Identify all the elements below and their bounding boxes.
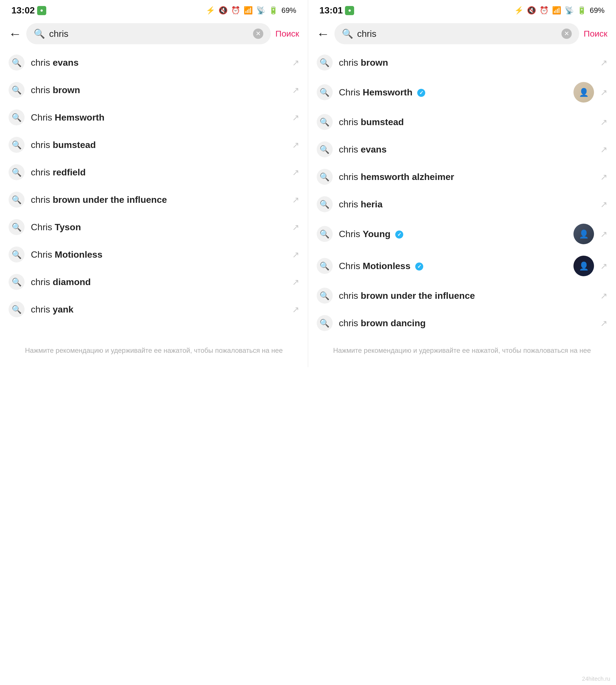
left-phone: 13:02 ● ⚡ 🔇 ⏰ 📶 📡 🔋 69% ← 🔍 c: [0, 0, 308, 367]
search-suggestion-icon: 🔍: [8, 55, 25, 70]
list-item[interactable]: 🔍 chris yank ↗: [0, 296, 308, 323]
left-status-bar: 13:02 ● ⚡ 🔇 ⏰ 📶 📡 🔋 69%: [0, 0, 308, 19]
suggestion-text: chris bumstead: [31, 140, 286, 150]
list-item[interactable]: 🔍 chris brown dancing ↗: [308, 309, 616, 337]
list-item[interactable]: 🔍 Chris Hemsworth ↗: [0, 104, 308, 131]
arrow-icon: ↗: [292, 85, 299, 95]
left-back-button[interactable]: ←: [8, 27, 22, 40]
arrow-icon: ↗: [292, 112, 299, 123]
right-status-right: ⚡ 🔇 ⏰ 📶 📡 🔋 69%: [514, 6, 604, 15]
search-suggestion-icon: 🔍: [8, 247, 25, 262]
right-footer-hint: Нажмите рекомендацию и удерживайте ее на…: [308, 337, 616, 367]
left-clear-button[interactable]: ✕: [253, 28, 263, 39]
left-search-input-wrap[interactable]: 🔍 chris ✕: [26, 23, 271, 44]
list-item[interactable]: 🔍 Chris Hemsworth 👤 ↗: [308, 76, 616, 108]
watermark: 24hitech.ru: [582, 676, 610, 682]
suggestion-text: Chris Hemsworth: [339, 87, 568, 98]
list-item[interactable]: 🔍 chris evans ↗: [0, 49, 308, 76]
right-status-bar: 13:01 ● ⚡ 🔇 ⏰ 📶 📡 🔋 69%: [308, 0, 616, 19]
right-search-icon: 🔍: [342, 28, 353, 39]
search-suggestion-icon: 🔍: [8, 274, 25, 290]
wifi-icon: 📡: [565, 6, 574, 15]
right-suggestion-list: 🔍 chris brown ↗ 🔍 Chris Hemsworth 👤 ↗ 🔍 …: [308, 49, 616, 337]
list-item[interactable]: 🔍 chris evans ↗: [308, 136, 616, 163]
list-item[interactable]: 🔍 Chris Young 👤 ↗: [308, 218, 616, 250]
arrow-icon: ↗: [600, 58, 608, 68]
battery-percent: 69%: [281, 6, 296, 15]
left-search-button[interactable]: Поиск: [275, 29, 299, 39]
suggestion-text: chris brown: [31, 85, 286, 95]
arrow-icon: ↗: [600, 87, 608, 98]
arrow-icon: ↗: [292, 277, 299, 287]
list-item[interactable]: 🔍 chris brown under the influence ↗: [0, 186, 308, 213]
left-search-bar: ← 🔍 chris ✕ Поиск: [0, 19, 308, 49]
verified-badge: [415, 262, 423, 271]
list-item[interactable]: 🔍 chris brown ↗: [0, 76, 308, 104]
suggestion-text: chris brown under the influence: [31, 195, 286, 205]
search-suggestion-icon: 🔍: [8, 164, 25, 180]
list-item[interactable]: 🔍 Chris Tyson ↗: [0, 213, 308, 241]
battery-icon: 🔋: [269, 6, 278, 15]
search-suggestion-icon: 🔍: [317, 142, 333, 157]
suggestion-text: chris brown: [339, 58, 594, 68]
search-suggestion-icon: 🔍: [317, 258, 333, 274]
arrow-icon: ↗: [600, 229, 608, 239]
arrow-icon: ↗: [292, 304, 299, 315]
list-item[interactable]: 🔍 Chris Motionless ↗: [0, 241, 308, 268]
search-suggestion-icon: 🔍: [317, 84, 333, 100]
left-search-query[interactable]: chris: [49, 28, 249, 39]
right-search-button[interactable]: Поиск: [584, 29, 608, 39]
list-item[interactable]: 🔍 chris redfield ↗: [0, 158, 308, 186]
right-search-query[interactable]: chris: [357, 28, 557, 39]
suggestion-text: chris bumstead: [339, 117, 594, 127]
signal-icon: 📶: [244, 6, 253, 15]
right-search-input-wrap[interactable]: 🔍 chris ✕: [334, 23, 579, 44]
left-footer-hint: Нажмите рекомендацию и удерживайте ее на…: [0, 337, 308, 367]
list-item[interactable]: 🔍 chris brown under the influence ↗: [308, 282, 616, 309]
list-item[interactable]: 🔍 Chris Motionless 👤 ↗: [308, 250, 616, 282]
right-status-app-icon: ●: [345, 6, 354, 15]
search-suggestion-icon: 🔍: [8, 137, 25, 153]
arrow-icon: ↗: [292, 140, 299, 150]
list-item[interactable]: 🔍 chris brown ↗: [308, 49, 616, 76]
verified-badge: [417, 89, 425, 97]
right-clear-button[interactable]: ✕: [562, 28, 572, 39]
suggestion-text: Chris Tyson: [31, 222, 286, 233]
search-suggestion-icon: 🔍: [8, 192, 25, 208]
arrow-icon: ↗: [600, 172, 608, 182]
search-suggestion-icon: 🔍: [8, 219, 25, 235]
right-status-left: 13:01 ●: [320, 5, 354, 16]
arrow-icon: ↗: [292, 58, 299, 68]
right-back-button[interactable]: ←: [317, 27, 330, 40]
arrow-icon: ↗: [292, 250, 299, 260]
suggestion-text: Chris Young: [339, 229, 568, 239]
suggestion-text: Chris Motionless: [339, 261, 568, 271]
list-item[interactable]: 🔍 chris diamond ↗: [0, 268, 308, 296]
avatar-motionless: 👤: [573, 256, 594, 276]
list-item[interactable]: 🔍 chris bumstead ↗: [0, 131, 308, 158]
signal-icon: 📶: [552, 6, 561, 15]
suggestion-text: chris yank: [31, 304, 286, 315]
suggestion-text: chris heria: [339, 199, 594, 210]
alarm-icon: ⏰: [540, 6, 549, 15]
verified-badge: [395, 231, 403, 238]
arrow-icon: ↗: [292, 195, 299, 205]
search-suggestion-icon: 🔍: [8, 109, 25, 125]
mute-icon: 🔇: [218, 6, 227, 15]
search-suggestion-icon: 🔍: [8, 82, 25, 98]
list-item[interactable]: 🔍 chris hemsworth alzheimer ↗: [308, 163, 616, 191]
suggestion-text: chris hemsworth alzheimer: [339, 172, 594, 182]
bluetooth-icon: ⚡: [206, 6, 215, 15]
right-time: 13:01: [320, 5, 343, 16]
arrow-icon: ↗: [292, 167, 299, 177]
arrow-icon: ↗: [600, 199, 608, 209]
search-suggestion-icon: 🔍: [317, 226, 333, 242]
arrow-icon: ↗: [600, 145, 608, 154]
left-status-right: ⚡ 🔇 ⏰ 📶 📡 🔋 69%: [206, 6, 296, 15]
list-item[interactable]: 🔍 chris heria ↗: [308, 191, 616, 218]
search-suggestion-icon: 🔍: [8, 301, 25, 317]
left-suggestion-list: 🔍 chris evans ↗ 🔍 chris brown ↗ 🔍 Chris …: [0, 49, 308, 337]
suggestion-text: chris brown under the influence: [339, 291, 594, 301]
list-item[interactable]: 🔍 chris bumstead ↗: [308, 108, 616, 136]
mute-icon: 🔇: [527, 6, 536, 15]
